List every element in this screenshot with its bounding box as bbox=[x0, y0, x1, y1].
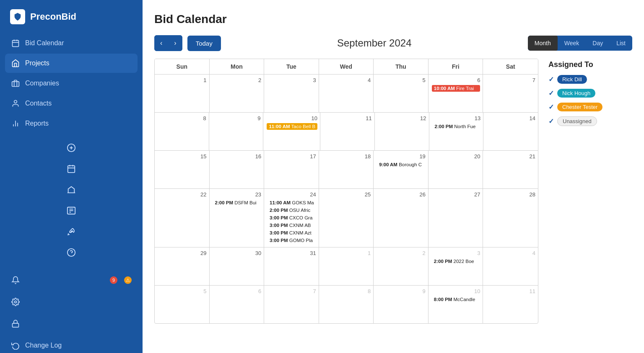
calendar-small-button[interactable] bbox=[62, 160, 80, 178]
assignee-item-2[interactable]: ✓Chester Tester bbox=[548, 103, 632, 111]
today-button[interactable]: Today bbox=[187, 36, 221, 51]
assignee-item-0[interactable]: ✓Rick Dill bbox=[548, 75, 632, 84]
day-num: 31 bbox=[267, 250, 316, 256]
check-icon-2: ✓ bbox=[548, 103, 554, 111]
event-2-4-0[interactable]: 9:00 AM Borough C bbox=[377, 161, 426, 168]
cal-cell-0-0[interactable]: 1 bbox=[155, 75, 210, 112]
history-icon bbox=[11, 341, 20, 350]
calendar-week-0: 12345610:00 AM Fire Trai7 bbox=[155, 75, 538, 113]
cal-cell-5-2[interactable]: 7 bbox=[264, 286, 319, 323]
sidebar-item-bid-calendar[interactable]: Bid Calendar bbox=[5, 33, 138, 53]
cal-cell-5-3[interactable]: 8 bbox=[319, 286, 374, 323]
main-content: Bid Calendar ‹ › Today September 2024 Mo… bbox=[143, 0, 644, 353]
cal-cell-5-0[interactable]: 5 bbox=[155, 286, 210, 323]
day-num: 28 bbox=[486, 191, 535, 198]
badge-icon-button[interactable] bbox=[62, 202, 80, 219]
cal-cell-0-6[interactable]: 7 bbox=[483, 75, 538, 112]
view-btn-list[interactable]: List bbox=[610, 36, 632, 51]
sidebar-label-companies: Companies bbox=[25, 80, 59, 87]
event-1-5-0[interactable]: 2:00 PM North Fue bbox=[433, 123, 481, 130]
cal-cell-4-6[interactable]: 4 bbox=[483, 247, 538, 285]
cal-cell-4-3[interactable]: 1 bbox=[319, 247, 374, 285]
cal-cell-1-1[interactable]: 9 bbox=[209, 113, 264, 150]
cal-cell-3-0[interactable]: 22 bbox=[155, 189, 210, 247]
sidebar-label-projects: Projects bbox=[25, 59, 49, 67]
sidebar-item-settings[interactable] bbox=[5, 292, 138, 312]
cal-cell-4-0[interactable]: 29 bbox=[155, 247, 210, 285]
svg-rect-4 bbox=[12, 82, 19, 87]
cal-cell-2-1[interactable]: 16 bbox=[210, 151, 265, 188]
event-5-5-0[interactable]: 8:00 PM McCandle bbox=[432, 296, 480, 303]
cal-cell-0-4[interactable]: 5 bbox=[374, 75, 428, 112]
cal-cell-2-4[interactable]: 199:00 AM Borough C bbox=[374, 151, 428, 188]
svg-point-22 bbox=[15, 301, 17, 303]
event-3-2-3[interactable]: 3:00 PM CXNM AB bbox=[267, 222, 316, 229]
companies-icon bbox=[11, 79, 20, 88]
cal-cell-4-4[interactable]: 2 bbox=[374, 247, 428, 285]
cal-cell-3-1[interactable]: 232:00 PM DSFM Bui bbox=[210, 189, 265, 247]
cal-cell-5-4[interactable]: 9 bbox=[374, 286, 428, 323]
cal-cell-0-5[interactable]: 610:00 AM Fire Trai bbox=[428, 75, 483, 112]
day-num: 1 bbox=[322, 250, 371, 256]
sidebar-item-reports[interactable]: Reports bbox=[5, 114, 138, 133]
cal-cell-0-3[interactable]: 4 bbox=[319, 75, 374, 112]
cal-cell-0-1[interactable]: 2 bbox=[210, 75, 265, 112]
event-3-2-5[interactable]: 3:00 PM GOMO Pla bbox=[267, 237, 316, 244]
cal-cell-3-4[interactable]: 26 bbox=[374, 189, 428, 247]
sidebar-item-lock[interactable] bbox=[5, 314, 138, 333]
cal-cell-4-1[interactable]: 30 bbox=[210, 247, 265, 285]
build-icon-button[interactable] bbox=[62, 181, 80, 198]
cal-cell-3-2[interactable]: 2411:00 AM GOKS Ma2:00 PM OSU Afric3:00 … bbox=[264, 189, 319, 247]
view-btn-month[interactable]: Month bbox=[528, 36, 558, 51]
rocket-icon-button[interactable] bbox=[62, 223, 80, 240]
event-1-2-0[interactable]: 11:00 AM Taco Bell B bbox=[267, 123, 317, 130]
cal-cell-4-5[interactable]: 32:00 PM 2022 Boe bbox=[428, 247, 483, 285]
cal-cell-2-2[interactable]: 17 bbox=[264, 151, 319, 188]
calendar-week-3: 22232:00 PM DSFM Bui2411:00 AM GOKS Ma2:… bbox=[155, 189, 538, 247]
event-0-5-0[interactable]: 10:00 AM Fire Trai bbox=[432, 85, 480, 92]
cal-cell-3-5[interactable]: 27 bbox=[428, 189, 483, 247]
cal-cell-3-3[interactable]: 25 bbox=[319, 189, 374, 247]
cal-cell-5-5[interactable]: 108:00 PM McCandle bbox=[428, 286, 483, 323]
sidebar-item-notifications[interactable]: 9 ⚠ bbox=[5, 271, 138, 290]
cal-cell-0-2[interactable]: 3 bbox=[264, 75, 319, 112]
cal-cell-2-6[interactable]: 21 bbox=[483, 151, 538, 188]
next-button[interactable]: › bbox=[168, 35, 182, 51]
cal-cell-5-1[interactable]: 6 bbox=[210, 286, 265, 323]
cal-cell-3-6[interactable]: 28 bbox=[483, 189, 538, 247]
event-3-2-2[interactable]: 3:00 PM CXCO Gra bbox=[267, 214, 316, 221]
sidebar-icon-actions bbox=[0, 135, 143, 265]
prev-button[interactable]: ‹ bbox=[154, 35, 168, 51]
cal-cell-4-2[interactable]: 31 bbox=[264, 247, 319, 285]
cal-cell-2-3[interactable]: 18 bbox=[319, 151, 374, 188]
cal-cell-2-5[interactable]: 20 bbox=[428, 151, 483, 188]
view-btn-day[interactable]: Day bbox=[586, 36, 610, 51]
event-3-2-0[interactable]: 11:00 AM GOKS Ma bbox=[267, 199, 316, 206]
day-num: 9 bbox=[213, 115, 261, 121]
assignee-item-1[interactable]: ✓Nick Hough bbox=[548, 89, 632, 98]
event-3-1-0[interactable]: 2:00 PM DSFM Bui bbox=[213, 199, 262, 206]
svg-rect-12 bbox=[68, 166, 75, 173]
event-3-2-1[interactable]: 2:00 PM OSU Afric bbox=[267, 207, 316, 214]
cal-cell-1-0[interactable]: 8 bbox=[155, 113, 209, 150]
cal-cell-1-2[interactable]: 1011:00 AM Taco Bell B bbox=[263, 113, 320, 150]
sidebar-item-projects[interactable]: Projects bbox=[5, 54, 138, 73]
sidebar-item-contacts[interactable]: Contacts bbox=[5, 94, 138, 113]
help-icon-button[interactable] bbox=[62, 244, 80, 261]
assignee-item-3[interactable]: ✓Unassigned bbox=[548, 116, 632, 126]
cal-cell-1-3[interactable]: 11 bbox=[320, 113, 375, 150]
sidebar-item-companies[interactable]: Companies bbox=[5, 74, 138, 93]
add-button[interactable] bbox=[62, 139, 80, 157]
event-4-5-0[interactable]: 2:00 PM 2022 Boe bbox=[432, 258, 480, 265]
cal-cell-5-6[interactable]: 11 bbox=[483, 286, 538, 323]
cal-cell-2-0[interactable]: 15 bbox=[155, 151, 210, 188]
app-logo[interactable]: PreconBid bbox=[0, 0, 143, 32]
projects-icon bbox=[11, 59, 20, 68]
day-num: 7 bbox=[486, 77, 535, 83]
cal-cell-1-6[interactable]: 14 bbox=[483, 113, 538, 150]
view-btn-week[interactable]: Week bbox=[558, 36, 586, 51]
cal-cell-1-5[interactable]: 132:00 PM North Fue bbox=[429, 113, 484, 150]
sidebar-item-change-log[interactable]: Change Log bbox=[5, 336, 138, 353]
event-3-2-4[interactable]: 3:00 PM CXNM Azt bbox=[267, 229, 316, 236]
cal-cell-1-4[interactable]: 12 bbox=[375, 113, 429, 150]
